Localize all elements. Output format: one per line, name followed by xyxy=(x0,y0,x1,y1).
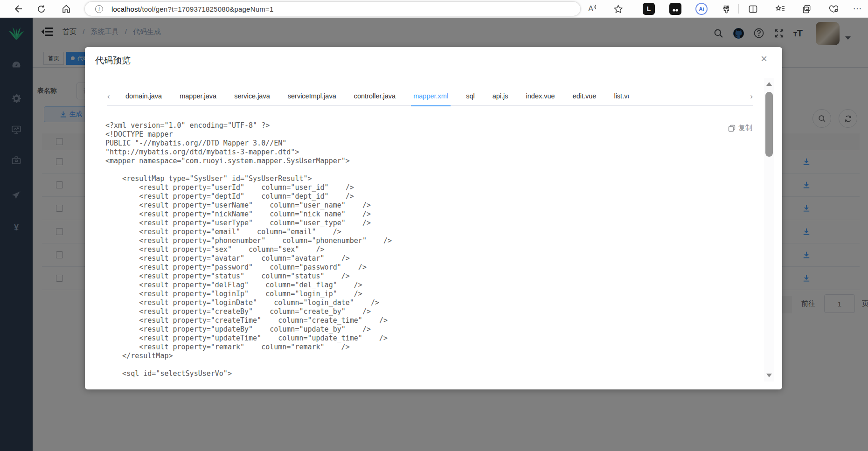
tab-edit-vue[interactable]: edit.vue xyxy=(564,88,605,105)
read-aloud-icon[interactable]: A xyxy=(587,3,598,14)
file-tabs: ‹ domain.java mapper.java service.java s… xyxy=(107,88,753,106)
tabs-prev-icon[interactable]: ‹ xyxy=(107,92,117,101)
browser-menu-icon[interactable]: … xyxy=(853,1,862,12)
scroll-up-icon[interactable] xyxy=(766,82,772,86)
refresh-icon[interactable] xyxy=(35,3,47,14)
tab-controller-java[interactable]: controller.java xyxy=(345,88,404,105)
tab-serviceimpl-java[interactable]: serviceImpl.java xyxy=(279,88,345,105)
copy-icon xyxy=(728,125,736,132)
tab-sql[interactable]: sql xyxy=(457,88,484,105)
scroll-down-icon[interactable] xyxy=(766,374,772,377)
home-icon[interactable] xyxy=(61,3,72,14)
tab-service-java[interactable]: service.java xyxy=(225,88,279,105)
tab-domain-java[interactable]: domain.java xyxy=(117,88,171,105)
favorite-star-icon[interactable] xyxy=(612,3,624,14)
toolbar-divider xyxy=(738,4,739,14)
app-window: ¥ 首页 / 系统工具 / 代码生成 xyxy=(0,18,868,451)
screen: i localhost/tool/gen?t=1709371825080&pag… xyxy=(0,0,868,451)
url-host: localhost xyxy=(111,5,140,13)
split-screen-icon[interactable] xyxy=(747,3,758,14)
site-info-icon[interactable]: i xyxy=(95,5,103,13)
back-icon[interactable] xyxy=(12,3,23,14)
collections-icon[interactable] xyxy=(801,3,812,14)
copy-button[interactable]: 复制 xyxy=(728,124,752,132)
extensions-puzzle-icon[interactable] xyxy=(721,3,732,14)
favorites-list-icon[interactable] xyxy=(775,3,786,14)
browser-toolbar: i localhost/tool/gen?t=1709371825080&pag… xyxy=(0,0,868,18)
scrollbar-thumb[interactable] xyxy=(765,92,773,157)
tab-list-vue[interactable]: list.vue xyxy=(605,88,629,105)
code-scrollbar[interactable] xyxy=(764,78,774,382)
code-content[interactable]: <?xml version="1.0" encoding="UTF-8" ?> … xyxy=(105,121,392,378)
code-preview-dialog: 代码预览 × ‹ domain.java mapper.java service… xyxy=(85,47,782,389)
tab-api-js[interactable]: api.js xyxy=(484,88,517,105)
dialog-title: 代码预览 xyxy=(95,55,131,67)
extension-l-icon[interactable]: L xyxy=(643,3,655,15)
url-path: /tool/gen?t=1709371825080&pageNum=1 xyxy=(140,5,273,13)
address-bar[interactable]: i localhost/tool/gen?t=1709371825080&pag… xyxy=(85,2,580,16)
tab-index-vue[interactable]: index.vue xyxy=(517,88,564,105)
extension-ai-icon[interactable]: Ai xyxy=(695,3,708,15)
tabs-next-icon[interactable]: › xyxy=(743,92,753,101)
url-text[interactable]: localhost/tool/gen?t=1709371825080&pageN… xyxy=(111,5,273,13)
extension-dark-icon[interactable] xyxy=(669,3,681,15)
browser-essentials-icon[interactable] xyxy=(828,3,839,14)
tab-mapper-java[interactable]: mapper.java xyxy=(171,88,225,105)
close-icon[interactable]: × xyxy=(757,52,771,66)
tab-mapper-xml[interactable]: mapper.xml xyxy=(404,88,457,105)
